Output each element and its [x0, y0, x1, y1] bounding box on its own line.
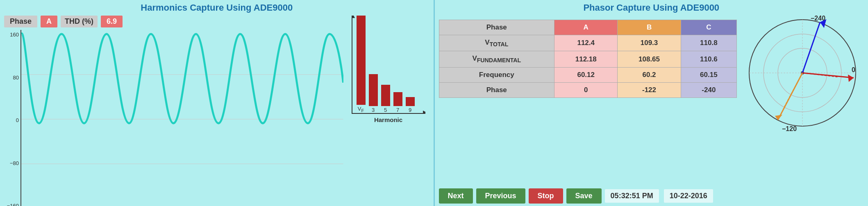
next-button-right[interactable]: Next: [439, 188, 473, 204]
phasor-svg: −240 0 −120: [741, 11, 864, 134]
row-freq: Frequency 60.12 60.2 60.15: [439, 67, 737, 82]
row-phase-c: -240: [681, 82, 736, 97]
bar-5-rect: [381, 85, 390, 106]
svg-marker-4: [423, 111, 425, 114]
row-freq-b: 60.2: [618, 67, 681, 82]
phasor-diagram: −240 0 −120: [741, 11, 864, 134]
y-label-neg160: −160: [4, 203, 20, 206]
bar-9: 9: [406, 97, 415, 113]
phasor-label-0: 0: [852, 66, 855, 73]
row-vtotal-c: 110.8: [681, 35, 736, 51]
bar-3: 3: [369, 74, 378, 113]
phase-value: A: [41, 16, 57, 27]
stop-button-right[interactable]: Stop: [529, 188, 563, 204]
x-axis-arrow: [423, 111, 425, 114]
bar-3-label: 3: [372, 107, 375, 113]
row-vtotal-b: 109.3: [618, 35, 681, 51]
thd-label: THD (%): [61, 16, 98, 27]
harmonics-title: Harmonics Capture Using ADE9000: [4, 2, 429, 13]
th-a: A: [554, 20, 618, 35]
bar-7-rect: [393, 92, 402, 106]
bar-3-rect: [369, 74, 378, 106]
row-phase-label: Phase: [439, 82, 554, 97]
row-phase: Phase 0 -122 -240: [439, 82, 737, 97]
bar-5-label: 5: [384, 107, 387, 113]
row-freq-a: 60.12: [554, 67, 618, 82]
y-axis: 160 80 0 −80 −160: [4, 30, 20, 206]
harmonics-panel: Harmonics Capture Using ADE9000 Phase A …: [0, 0, 434, 206]
bar-9-rect: [406, 97, 415, 106]
row-vfund-c: 110.6: [681, 51, 736, 67]
bar-vf-label: VF: [358, 106, 364, 113]
bar-9-label: 9: [409, 107, 411, 113]
th-phase: Phase: [439, 20, 554, 35]
row-vtotal: VTOTAL 112.4 109.3 110.8: [439, 35, 737, 51]
bar-chart-area: Magnitude VF: [352, 16, 425, 114]
y-label-160: 160: [4, 32, 20, 38]
date-right: 10-22-2016: [664, 189, 713, 203]
y-axis-arrow: [352, 16, 355, 18]
bar-vf-rect: [357, 16, 366, 105]
svg-marker-15: [848, 75, 854, 82]
row-phase-a: 0: [554, 82, 618, 97]
save-button-right[interactable]: Save: [566, 188, 602, 204]
thd-value: 6.9: [101, 16, 123, 27]
row-vtotal-label: VTOTAL: [439, 35, 554, 51]
row-vtotal-a: 112.4: [554, 35, 618, 51]
phasor-label-120: −120: [782, 125, 797, 132]
th-b: B: [618, 20, 681, 35]
bar-5: 5: [381, 85, 390, 113]
row-vfund-b: 108.65: [618, 51, 681, 67]
phasor-panel: Phasor Capture Using ADE9000 Phase A B C: [435, 0, 868, 206]
row-vfund-a: 112.18: [554, 51, 618, 67]
bar-7: 7: [393, 92, 402, 113]
row-freq-c: 60.15: [681, 67, 736, 82]
phasor-label-240: −240: [811, 15, 825, 22]
y-label-neg80: −80: [4, 160, 20, 166]
y-label-0: 0: [4, 117, 20, 123]
row-vfund-label: VFUNDAMENTAL: [439, 51, 554, 67]
svg-marker-3: [352, 16, 355, 18]
row-phase-b: -122: [618, 82, 681, 97]
bar-7-label: 7: [396, 107, 399, 113]
bar-chart: Magnitude VF: [348, 16, 429, 206]
bar-vf: VF: [357, 16, 366, 113]
y-label-80: 80: [4, 75, 20, 81]
waveform-svg: [21, 30, 343, 206]
timestamp-right: 05:32:51 PM: [605, 189, 659, 203]
phasor-table: Phase A B C VTOTAL 112.4 109.3 110.8: [439, 20, 737, 98]
row-freq-label: Frequency: [439, 67, 554, 82]
phase-label: Phase: [4, 16, 37, 27]
harmonic-label: Harmonic: [374, 116, 402, 123]
previous-button-right[interactable]: Previous: [476, 188, 525, 204]
waveform-chart: [20, 30, 343, 206]
bottom-bar-right: Next Previous Stop Save 05:32:51 PM 10-2…: [439, 186, 864, 206]
th-c: C: [681, 20, 736, 35]
row-vfund: VFUNDAMENTAL 112.18 108.65 110.6: [439, 51, 737, 67]
phasor-table-container: Phase A B C VTOTAL 112.4 109.3 110.8: [439, 16, 737, 186]
phase-thd-row: Phase A THD (%) 6.9: [4, 16, 343, 27]
